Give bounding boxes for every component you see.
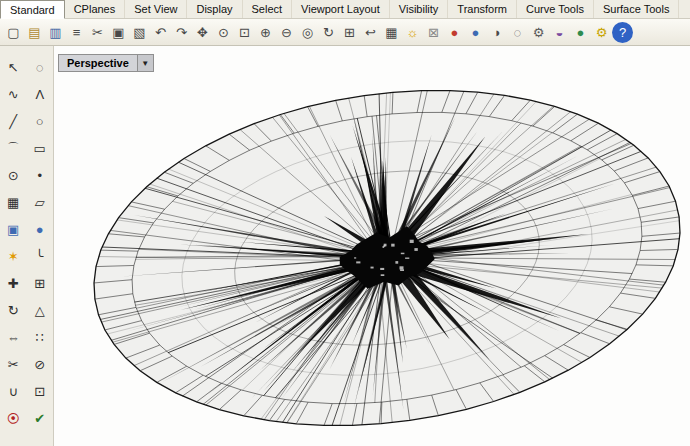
tab-cplanes[interactable]: CPlanes [65,0,126,18]
zoom-out-icon[interactable]: ⊖ [276,22,297,43]
tab-transform[interactable]: Transform [448,0,517,18]
viewport-menu-button[interactable]: ▼ [138,54,154,72]
plane-icon[interactable]: ▱ [27,191,54,214]
sidebar-icon-glyph: ⊙ [8,169,19,182]
four-viewports-icon[interactable]: ⊞ [339,22,360,43]
explode-icon[interactable]: ✶ [0,245,27,268]
ghosted-view-icon[interactable]: ◑ [486,22,507,43]
rotate-icon[interactable]: ↻ [0,299,27,322]
array-icon[interactable]: ∷ [27,326,54,349]
zoom-dynamic-icon[interactable]: ⊙ [213,22,234,43]
print-icon[interactable]: ≡ [66,22,87,43]
sidebar-icon-glyph: ∷ [36,331,44,344]
curve-icon[interactable]: ∿ [0,83,27,106]
toolbar-icon-glyph: ◒ [556,26,564,39]
tab-viewport-layout[interactable]: Viewport Layout [292,0,390,18]
tab-label: Transform [457,3,507,15]
lightbulb-icon[interactable]: ☼ [402,22,423,43]
tab-label: Visibility [399,3,439,15]
sidebar-icon-glyph: ∪ [8,385,18,398]
tab-surface-tools[interactable]: Surface Tools [594,0,679,18]
render-icon[interactable]: ● [444,22,465,43]
zoom-in-icon[interactable]: ⊕ [255,22,276,43]
viewport-canvas-mesh[interactable] [54,46,689,446]
surface-icon[interactable]: ▦ [0,191,27,214]
rhino-window: { "tabs": [ {"name":"tab-standard","labe… [0,0,690,446]
cut-icon[interactable]: ✂ [87,22,108,43]
zoom-extents-icon[interactable]: ◎ [297,22,318,43]
tab-label: Surface Tools [603,3,669,15]
tab-label: Set View [134,3,177,15]
open-file-icon[interactable]: ▤ [24,22,45,43]
new-file-icon[interactable]: ▢ [3,22,24,43]
named-views-icon[interactable]: ▦ [381,22,402,43]
rotate-view-icon[interactable]: ↻ [318,22,339,43]
mirror-icon[interactable]: ⇔ [0,326,27,349]
pan-icon[interactable]: ✥ [192,22,213,43]
join-icon[interactable]: ∪ [0,380,27,403]
tab-standard[interactable]: Standard [0,0,65,19]
polyline-icon[interactable]: Λ [27,83,54,106]
tab-label: Viewport Layout [301,3,380,15]
toolbar-icon-glyph: ⊡ [239,26,250,39]
standard-toolbar: ▢ ▤ ▥ ≡ ✂ ▣ ▧ ↶ ↷ ✥ ⊙ ⊡ ⊕ ⊖ ◎ ↻ ⊞ ↩ ▦ ☼ … [0,19,690,46]
circle-icon[interactable]: ○ [27,110,54,133]
help-icon[interactable]: ? [612,22,633,43]
move-icon[interactable]: ✚ [0,272,27,295]
split-icon[interactable]: ⊘ [27,353,54,376]
line-icon[interactable]: ╱ [0,110,27,133]
sidebar-icon-glyph: ↖ [8,61,19,74]
sidebar-icon-glyph: ⌒ [7,142,20,155]
arc-icon[interactable]: ⌒ [0,137,27,160]
rectangle-icon[interactable]: ▭ [27,137,54,160]
sphere-icon[interactable]: ● [27,218,54,241]
undo-view-icon[interactable]: ↩ [360,22,381,43]
tab-set-view[interactable]: Set View [125,0,187,18]
options-gears-icon[interactable]: ⚙ [591,22,612,43]
scale-icon[interactable]: △ [27,299,54,322]
toolbar-icon-glyph: ▦ [385,26,397,39]
fillet-icon[interactable]: ╰ [27,245,54,268]
ellipse-icon[interactable]: ⊙ [0,164,27,187]
paste-icon[interactable]: ▧ [129,22,150,43]
material-icon[interactable]: ◒ [549,22,570,43]
copy-object-icon[interactable]: ⊞ [27,272,54,295]
toolbar-icon-glyph: ↷ [176,26,187,39]
box-icon[interactable]: ▣ [0,218,27,241]
lock-icon[interactable]: ⊠ [423,22,444,43]
tab-visibility[interactable]: Visibility [390,0,449,18]
zoom-window-icon[interactable]: ⊡ [234,22,255,43]
sidebar-icon-glyph: ⊡ [34,385,45,398]
undo-icon[interactable]: ↶ [150,22,171,43]
shaded-view-icon[interactable]: ● [465,22,486,43]
toolbar-icon-glyph: ▤ [28,26,40,39]
group-icon[interactable]: ⊡ [27,380,54,403]
toolbar-icon-glyph: ⊙ [218,26,229,39]
point-icon[interactable]: • [27,164,54,187]
select-window-icon[interactable]: ◌ [27,56,54,79]
trim-icon[interactable]: ✂ [0,353,27,376]
tab-select[interactable]: Select [243,0,293,18]
tab-curve-tools[interactable]: Curve Tools [517,0,594,18]
perspective-viewport[interactable]: Perspective ▼ [54,46,690,446]
toolbar-icon-glyph: ↩ [365,26,376,39]
sidebar-icon-glyph: Λ [35,88,44,101]
tab-label: CPlanes [74,3,116,15]
wireframe-view-icon[interactable]: ◌ [507,22,528,43]
save-icon[interactable]: ▥ [45,22,66,43]
toolbar-icon-glyph: ☼ [407,26,419,39]
toolbar-icon-glyph: ⊖ [281,26,292,39]
copy-icon[interactable]: ▣ [108,22,129,43]
sidebar-icon-glyph: ✶ [8,250,19,263]
sidebar-icon-glyph: ╱ [9,115,17,128]
sidebar-icon-glyph: ○ [36,115,44,128]
point-on-icon[interactable]: ⦿ [0,407,27,430]
toolbar-icon-glyph: ⊞ [344,26,355,39]
render-settings-icon[interactable]: ⚙ [528,22,549,43]
earth-icon[interactable]: ● [570,22,591,43]
tab-display[interactable]: Display [187,0,242,18]
viewport-title-label[interactable]: Perspective [58,54,138,72]
redo-icon[interactable]: ↷ [171,22,192,43]
select-icon[interactable]: ↖ [0,56,27,79]
check-icon[interactable]: ✔ [27,407,54,430]
